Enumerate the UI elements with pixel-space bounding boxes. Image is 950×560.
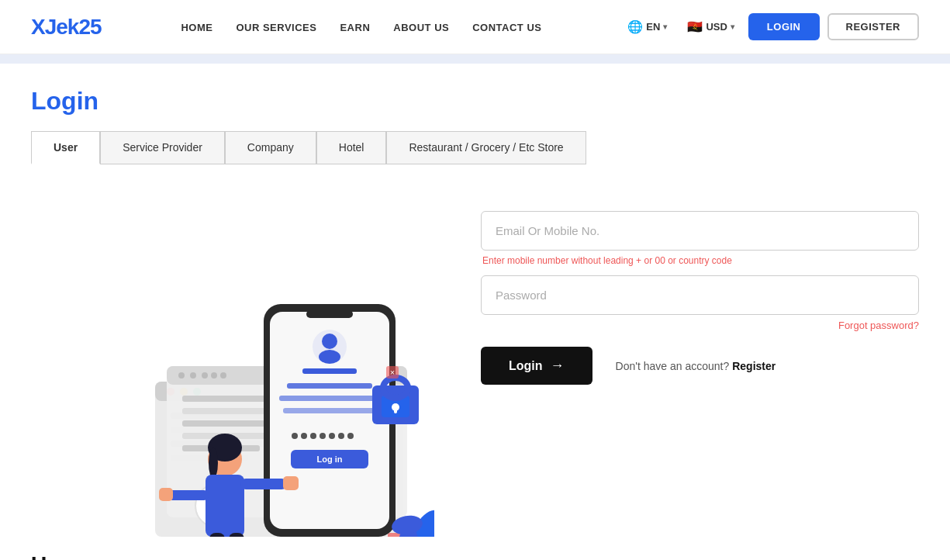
login-title: Login: [31, 87, 919, 116]
form-actions: Login → Don't have an account? Register: [481, 347, 919, 385]
user-section-label: User: [31, 552, 919, 560]
currency-chevron-icon: ▾: [731, 22, 734, 31]
email-input[interactable]: [481, 211, 919, 251]
svg-point-28: [319, 350, 340, 364]
currency-selector[interactable]: 🇦🇴 USD ▾: [681, 16, 740, 37]
hero-banner: [0, 54, 950, 64]
tab-restaurant[interactable]: Restaurant / Grocery / Etc Store: [386, 131, 586, 164]
logo-blue: 25: [78, 15, 101, 39]
svg-point-33: [292, 433, 298, 439]
tab-service-provider[interactable]: Service Provider: [100, 131, 225, 164]
svg-rect-53: [240, 479, 287, 489]
svg-point-37: [329, 433, 335, 439]
svg-point-12: [190, 372, 196, 379]
register-link[interactable]: Register: [732, 360, 776, 372]
svg-point-51: [209, 448, 218, 479]
login-button-label: Login: [509, 359, 543, 373]
tab-user[interactable]: User: [31, 131, 100, 164]
main-content: × Log in: [0, 203, 950, 537]
login-tabs: User Service Provider Company Hotel Rest…: [31, 131, 919, 164]
form-area: Enter mobile number without leading + or…: [481, 203, 919, 385]
svg-rect-30: [287, 383, 372, 389]
svg-text:×: ×: [392, 534, 397, 537]
navbar: XJek25 HOME OUR SERVICES EARN ABOUT US C…: [0, 0, 950, 54]
logo[interactable]: XJek25: [31, 15, 102, 40]
tab-company[interactable]: Company: [225, 131, 316, 164]
nav-item-contact[interactable]: CONTACT US: [472, 20, 541, 34]
svg-rect-31: [279, 396, 380, 401]
svg-point-13: [202, 372, 208, 379]
user-label-section: User: [0, 537, 950, 560]
login-submit-button[interactable]: Login →: [481, 347, 592, 385]
register-prompt-text: Don't have an account?: [616, 360, 730, 372]
nav-item-home[interactable]: HOME: [181, 20, 212, 34]
nav-item-earn[interactable]: EARN: [340, 20, 370, 34]
svg-point-39: [347, 433, 354, 439]
register-prompt: Don't have an account? Register: [616, 360, 776, 372]
svg-rect-32: [283, 408, 376, 413]
svg-point-14: [211, 372, 217, 379]
arrow-icon: →: [551, 358, 565, 374]
language-selector[interactable]: 🌐 EN ▾: [621, 16, 673, 37]
password-input[interactable]: [481, 275, 919, 315]
logo-black: XJek: [31, 15, 78, 39]
svg-rect-54: [283, 476, 299, 490]
language-chevron-icon: ▾: [663, 22, 667, 31]
svg-text:Log in: Log in: [317, 455, 343, 464]
svg-point-36: [320, 433, 326, 439]
currency-label: USD: [706, 21, 727, 33]
login-illustration: × Log in: [31, 203, 434, 537]
svg-point-15: [220, 372, 226, 379]
nav-item-services[interactable]: OUR SERVICES: [236, 20, 316, 34]
illustration-area: × Log in: [31, 203, 434, 537]
language-label: EN: [646, 21, 660, 33]
svg-point-34: [301, 433, 307, 439]
svg-point-35: [310, 433, 316, 439]
nav-links: HOME OUR SERVICES EARN ABOUT US CONTACT …: [181, 20, 541, 34]
nav-register-button[interactable]: REGISTER: [827, 13, 919, 40]
svg-rect-55: [167, 490, 209, 500]
svg-text:×: ×: [390, 368, 395, 377]
svg-point-38: [338, 433, 344, 439]
svg-rect-25: [306, 310, 353, 318]
svg-rect-56: [159, 488, 173, 501]
nav-login-button[interactable]: LOGIN: [748, 13, 820, 40]
language-flag: 🌐: [627, 19, 643, 34]
nav-item-about[interactable]: ABOUT US: [393, 20, 449, 34]
password-group: [481, 275, 919, 315]
svg-point-27: [322, 334, 337, 349]
svg-point-11: [178, 372, 185, 379]
email-hint: Enter mobile number without leading + or…: [482, 255, 919, 266]
email-group: [481, 211, 919, 251]
login-section: Login User Service Provider Company Hote…: [0, 64, 950, 203]
svg-rect-52: [206, 475, 244, 537]
currency-flag: 🇦🇴: [687, 19, 703, 34]
nav-right: 🌐 EN ▾ 🇦🇴 USD ▾ LOGIN REGISTER: [621, 13, 919, 40]
tab-hotel[interactable]: Hotel: [316, 131, 387, 164]
svg-rect-46: [394, 407, 397, 413]
svg-rect-29: [302, 368, 357, 374]
forgot-password-link[interactable]: Forgot password?: [481, 320, 919, 331]
